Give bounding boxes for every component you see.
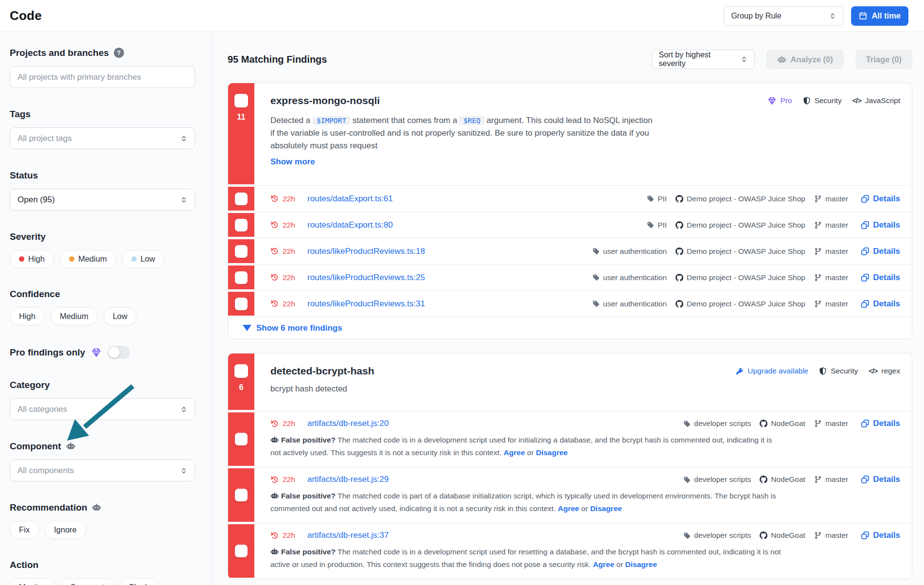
language-badge: </>regex [869, 367, 900, 375]
row-checkbox[interactable] [235, 545, 248, 557]
details-button[interactable]: Details [861, 220, 900, 230]
triage-button[interactable]: Triage (0) [855, 50, 912, 69]
row-checkbox[interactable] [235, 245, 248, 258]
analyze-button[interactable]: Analyze (0) [766, 50, 844, 69]
top-bar: Code Group by Rule All time [0, 0, 924, 32]
details-icon [861, 247, 870, 256]
filter-pill[interactable]: Low [122, 250, 164, 268]
finding-card-detected-bcrypt-hash: 6 detected-bcrypt-hash Upgrade available… [228, 353, 912, 579]
row-checkbox[interactable] [235, 298, 248, 310]
filter-pill[interactable]: Ignore [45, 521, 86, 539]
status-select[interactable]: Open (95) [10, 189, 195, 211]
card-checkbox[interactable] [234, 94, 248, 107]
finding-file-link[interactable]: artifacts/db-reset.js:20 [307, 419, 389, 428]
finding-project: Demo project - OWASP Juice Shop [675, 221, 805, 230]
finding-count-badge: 11 [237, 112, 245, 122]
row-checkbox[interactable] [235, 271, 248, 284]
action-pills: Monitor Comment Block [10, 578, 196, 585]
details-button[interactable]: Details [861, 475, 900, 484]
filter-pill[interactable]: High [10, 250, 54, 268]
severity-section: Severity High Medium Low [10, 231, 196, 268]
code-icon: </> [869, 367, 877, 375]
finding-file-link[interactable]: artifacts/db-reset.js:29 [307, 475, 389, 484]
projects-section: Projects and branches? [10, 47, 196, 88]
github-icon [675, 274, 683, 282]
agree-link[interactable]: Agree [504, 448, 525, 457]
details-button[interactable]: Details [861, 299, 900, 309]
rule-description: Detected a $IMPORT statement that comes … [270, 114, 657, 152]
row-checkbox[interactable] [235, 489, 248, 501]
details-button[interactable]: Details [861, 194, 900, 204]
pill-label: Low [141, 254, 155, 264]
pill-label: Fix [19, 525, 30, 534]
finding-file-link[interactable]: routes/dataExport.ts:61 [307, 194, 393, 204]
robot-icon [66, 442, 75, 450]
show-more-findings-link[interactable]: Show 6 more findings [256, 323, 342, 333]
show-more-link[interactable]: Show more [270, 157, 315, 167]
finding-file-link[interactable]: routes/likeProductReviews.ts:31 [307, 299, 425, 309]
ai-analysis-text: False positive? The matched code is in a… [270, 434, 783, 459]
disagree-link[interactable]: Disagree [625, 560, 657, 568]
row-checkbox[interactable] [235, 193, 248, 205]
finding-tag: developer scripts [683, 475, 751, 484]
filter-pill[interactable]: Comment [61, 578, 114, 585]
tag-icon [683, 532, 691, 539]
pill-label: Block [129, 583, 149, 585]
row-checkbox[interactable] [235, 433, 248, 445]
finding-file-link[interactable]: routes/dataExport.ts:80 [307, 220, 393, 230]
confidence-pills: High Medium Low [10, 307, 196, 325]
filter-pill[interactable]: Medium [51, 307, 98, 325]
finding-row: 22h artifacts/db-reset.js:20 developer s… [228, 411, 912, 467]
pill-label: Low [113, 312, 127, 321]
history-icon [270, 476, 279, 484]
category-select[interactable]: All categories [10, 398, 195, 420]
details-button[interactable]: Details [861, 419, 900, 428]
robot-icon [777, 55, 786, 64]
filter-pill[interactable]: Block [120, 578, 158, 585]
code-chip: $REQ [460, 116, 484, 125]
category-badge: Security [819, 367, 858, 375]
agree-link[interactable]: Agree [593, 560, 614, 568]
card-footer: Show 6 more findings [228, 317, 912, 339]
filter-pill[interactable]: Fix [10, 521, 39, 539]
filter-pill[interactable]: Medium [60, 250, 116, 268]
key-icon [735, 367, 744, 375]
finding-file-link[interactable]: routes/likeProductReviews.ts:25 [307, 273, 425, 283]
filter-pill[interactable]: Low [104, 307, 137, 325]
all-time-label: All time [871, 11, 901, 20]
finding-file-link[interactable]: artifacts/db-reset.js:37 [307, 531, 389, 540]
agree-link[interactable]: Agree [558, 504, 579, 513]
rule-description: bcrypt hash detected [270, 383, 657, 395]
details-button[interactable]: Details [861, 531, 900, 540]
pill-label: Ignore [54, 525, 77, 534]
group-by-select[interactable]: Group by Rule [724, 6, 843, 26]
disagree-link[interactable]: Disagree [536, 448, 568, 457]
tag-icon [647, 221, 654, 229]
upgrade-available-link[interactable]: Upgrade available [735, 367, 808, 375]
chevron-updown-icon [180, 196, 187, 203]
disagree-link[interactable]: Disagree [590, 504, 622, 513]
finding-tag: developer scripts [683, 419, 751, 428]
tags-select[interactable]: All project tags [10, 127, 195, 149]
details-button[interactable]: Details [861, 247, 900, 256]
filters-sidebar: Projects and branches? Tags All project … [0, 32, 212, 585]
recommendation-pills: Fix Ignore [10, 521, 196, 539]
pro-findings-toggle[interactable] [107, 346, 130, 359]
finding-tag: PII [647, 221, 667, 230]
finding-file-link[interactable]: routes/likeProductReviews.ts:18 [307, 247, 425, 256]
all-time-button[interactable]: All time [851, 6, 908, 26]
gem-icon [91, 347, 102, 358]
sort-select[interactable]: Sort by highest severity [652, 50, 755, 69]
row-checkbox[interactable] [235, 219, 248, 231]
false-positive-label: False positive? [281, 548, 336, 556]
details-button[interactable]: Details [861, 273, 900, 283]
component-select[interactable]: All components [10, 460, 195, 481]
filter-pill[interactable]: Monitor [10, 578, 55, 585]
branch-icon [814, 221, 822, 229]
severity-pills: High Medium Low [10, 250, 196, 268]
filter-pill[interactable]: High [10, 307, 45, 325]
help-icon[interactable]: ? [114, 48, 124, 58]
finding-project: Demo project - OWASP Juice Shop [675, 247, 805, 256]
projects-input[interactable] [10, 66, 195, 88]
card-checkbox[interactable] [234, 364, 248, 378]
